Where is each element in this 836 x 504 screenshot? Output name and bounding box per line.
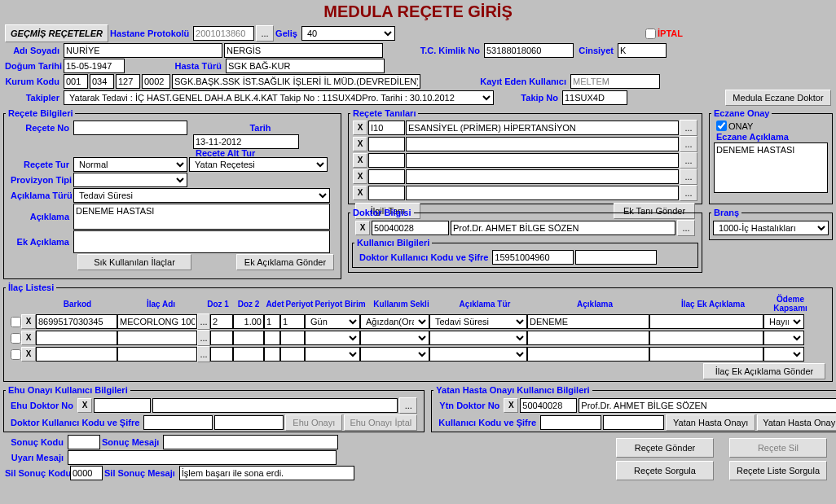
ilac-barkod-input[interactable] — [36, 331, 117, 345]
ehu-kod-input[interactable] — [94, 398, 151, 413]
tani-x-button[interactable]: X — [353, 137, 367, 151]
tani-lookup-button[interactable]: ... — [680, 185, 697, 201]
ehu-x-button[interactable]: X — [77, 398, 92, 413]
ehu-onay-button[interactable]: Ehu Onayı — [285, 414, 342, 431]
ilac-adi-input[interactable] — [117, 347, 197, 362]
sonuc-mesaji-input[interactable] — [163, 435, 338, 449]
doktor-lookup-button[interactable]: ... — [677, 220, 695, 236]
ek-aciklama-textarea[interactable] — [73, 230, 330, 253]
kurum-k3[interactable] — [116, 74, 140, 89]
ilac-ek-input[interactable] — [649, 331, 763, 345]
ilac-aciklama-input[interactable] — [527, 347, 649, 362]
doktor-kod-input[interactable] — [372, 221, 449, 235]
aciklama-textarea[interactable]: DENEME HASTASI — [73, 204, 330, 230]
onay-checkbox[interactable] — [716, 121, 727, 131]
ilac-atur-select[interactable] — [429, 331, 527, 345]
ilac-adi-input[interactable] — [117, 331, 197, 345]
ilac-ksekli-select[interactable] — [360, 347, 429, 362]
ehu-onay-iptal-button[interactable]: Ehu Onayı İptal — [344, 414, 417, 431]
sil-kodu-input[interactable] — [70, 466, 103, 480]
ilac-cb[interactable] — [11, 317, 21, 327]
ilac-doz2-input[interactable] — [233, 331, 264, 345]
ilac-aciklama-input[interactable] — [527, 314, 649, 329]
tani-kod-input[interactable] — [368, 186, 405, 200]
tani-ad-input[interactable] — [406, 169, 679, 184]
dogum-input[interactable] — [64, 59, 125, 73]
eczane-aciklama-textarea[interactable]: DENEME HASTASI — [714, 142, 828, 193]
kurum-adi-input[interactable] — [172, 74, 420, 89]
yatan-onay-iptal-button[interactable]: Yatan Hasta Onayı İptal — [757, 414, 836, 431]
tani-kod-input[interactable] — [368, 169, 405, 184]
ilac-periyot-input[interactable] — [280, 347, 305, 362]
recete-no-input[interactable] — [73, 121, 187, 135]
ilac-doz1-input[interactable] — [210, 314, 233, 329]
tani-lookup-button[interactable]: ... — [680, 152, 697, 169]
ilac-doz2-input[interactable] — [233, 314, 264, 329]
ilac-adet-input[interactable] — [264, 331, 280, 345]
kurum-k2[interactable] — [90, 74, 114, 89]
ilac-odeme-select[interactable]: Hayır — [763, 314, 804, 329]
ilac-x-button[interactable]: X — [21, 331, 36, 345]
ilac-pbirim-select[interactable]: Gün — [305, 314, 360, 329]
kurum-k4[interactable] — [142, 74, 170, 89]
ilac-adi-input[interactable] — [117, 314, 197, 329]
ilac-lookup-button[interactable]: ... — [197, 346, 210, 362]
ilac-lookup-button[interactable]: ... — [197, 330, 210, 346]
medula-eczane-doktor-button[interactable]: Medula Eczane Doktor — [725, 90, 831, 106]
sik-kullanilan-button[interactable]: Sık Kullanılan İlaçlar — [77, 254, 191, 270]
ehu-lookup-button[interactable]: ... — [399, 397, 417, 414]
tani-x-button[interactable]: X — [353, 121, 367, 135]
tarih-input[interactable] — [193, 134, 299, 149]
recete-sil-button[interactable]: Reçete Sil — [729, 438, 827, 458]
soyadi-input[interactable] — [224, 43, 383, 58]
tani-x-button[interactable]: X — [353, 169, 367, 184]
ilac-pbirim-select[interactable] — [305, 331, 360, 345]
doktor-ad-input[interactable] — [451, 221, 675, 235]
yatan-x-button[interactable]: X — [504, 398, 518, 413]
ek-aciklama-gonder-button[interactable]: Ek Açıklama Gönder — [236, 254, 334, 270]
gecmis-receteler-button[interactable]: GEÇMİŞ REÇETELER — [5, 24, 108, 42]
ilac-doz1-input[interactable] — [210, 331, 233, 345]
tani-lookup-button[interactable]: ... — [680, 136, 697, 152]
doktor-x-button[interactable]: X — [355, 221, 370, 235]
yatan-onay-button[interactable]: Yatan Hasta Onayı — [666, 414, 755, 431]
tani-lookup-button[interactable]: ... — [680, 120, 697, 136]
ilac-periyot-input[interactable] — [280, 314, 305, 329]
ehu-kullanici-kodu-input[interactable] — [143, 415, 213, 430]
yatan-kullanici-kodu-input[interactable] — [540, 415, 601, 430]
tani-kod-input[interactable] — [368, 137, 405, 151]
ilac-periyot-input[interactable] — [280, 331, 305, 345]
tc-input[interactable] — [484, 43, 574, 58]
tani-ad-input[interactable] — [406, 153, 679, 168]
kb-sifre-input[interactable] — [575, 250, 657, 265]
tani-ad-input[interactable] — [406, 121, 679, 135]
yatan-ad-input[interactable] — [579, 398, 836, 413]
gelis-select[interactable]: 40 — [301, 26, 395, 41]
ilac-x-button[interactable]: X — [21, 347, 36, 362]
takipler-select[interactable]: Yatarak Tedavi : İÇ HAST.GENEL DAH.A BLK… — [64, 90, 494, 105]
ilac-pbirim-select[interactable] — [305, 347, 360, 362]
recete-gonder-button[interactable]: Reçete Gönder — [616, 438, 714, 458]
alt-tur-select[interactable]: Yatan Reçetesi — [189, 157, 328, 172]
recete-sorgula-button[interactable]: Reçete Sorgula — [616, 461, 714, 480]
ilac-lookup-button[interactable]: ... — [197, 313, 210, 330]
kurum-k1[interactable] — [64, 74, 88, 89]
tani-kod-input[interactable] — [368, 121, 405, 135]
ilac-barkod-input[interactable] — [36, 314, 117, 329]
kb-kod-input[interactable] — [492, 250, 574, 265]
yatan-kod-input[interactable] — [520, 398, 577, 413]
tani-ad-input[interactable] — [406, 137, 679, 151]
provizyon-select[interactable] — [73, 173, 187, 187]
ilac-adet-input[interactable] — [264, 347, 280, 362]
ilac-aciklama-input[interactable] — [527, 331, 649, 345]
aciklama-turu-select[interactable]: Tedavi Süresi — [73, 188, 330, 203]
cinsiyet-input[interactable] — [618, 43, 667, 58]
ilac-x-button[interactable]: X — [21, 314, 36, 329]
ilac-barkod-input[interactable] — [36, 347, 117, 362]
yatan-sifre-input[interactable] — [603, 415, 664, 430]
ilac-odeme-select[interactable] — [763, 347, 804, 362]
tani-x-button[interactable]: X — [353, 186, 367, 200]
ilac-odeme-select[interactable] — [763, 331, 804, 345]
ilac-cb[interactable] — [11, 349, 21, 360]
ilac-doz1-input[interactable] — [210, 347, 233, 362]
